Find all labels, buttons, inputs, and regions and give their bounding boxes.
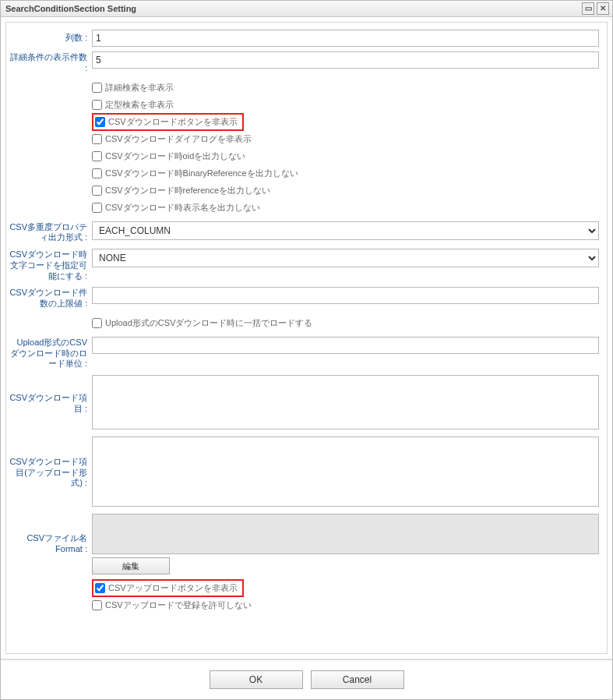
ok-button[interactable]: OK <box>210 670 303 689</box>
columns-label: 列数 : <box>6 27 89 49</box>
limit-input[interactable] <box>92 287 599 304</box>
charset-select[interactable]: NONE <box>92 249 599 267</box>
csv-no-dispname-row: CSVダウンロード時表示名を出力しない <box>92 200 599 217</box>
columns-input[interactable] <box>92 30 599 47</box>
hide-csv-dl-button-row: CSVダウンロードボタンを非表示 <box>92 114 599 131</box>
maximize-icon: ▭ <box>585 5 592 12</box>
hide-fixed-search-label: 定型検索を非表示 <box>105 99 174 111</box>
hide-csv-dl-dialog-label: CSVダウンロードダイアログを非表示 <box>105 133 252 145</box>
csv-dl-items-upload-label: CSVダウンロード項目(アップロード形式) : <box>6 434 89 511</box>
content-inner: 列数 : 詳細条件の表示件数 : 詳細検索を <box>5 22 608 654</box>
hide-csv-upload-button-checkbox[interactable] <box>95 583 105 593</box>
limit-label: CSVダウンロード件数の上限値 : <box>6 285 89 313</box>
content-wrap: 列数 : 詳細条件の表示件数 : 詳細検索を <box>1 17 612 659</box>
csv-no-dispname-label: CSVダウンロード時表示名を出力しない <box>105 202 260 214</box>
dialog: SearchConditionSection Setting ▭ ✕ 列数 : … <box>0 0 613 700</box>
close-button[interactable]: ✕ <box>597 2 609 15</box>
csv-dl-items-label: CSVダウンロード項目 : <box>6 373 89 434</box>
upload-unit-label: Upload形式のCSVダウンロード時のロード単位 : <box>6 334 89 373</box>
csv-no-dispname-checkbox[interactable] <box>92 203 102 213</box>
csv-no-oid-checkbox[interactable] <box>92 151 102 161</box>
detail-count-input[interactable] <box>92 51 599 69</box>
form-table: 列数 : 詳細条件の表示件数 : 詳細検索を <box>6 27 602 616</box>
hide-detail-search-label: 詳細検索を非表示 <box>105 82 174 94</box>
hide-csv-dl-dialog-row: CSVダウンロードダイアログを非表示 <box>92 131 599 148</box>
hide-csv-upload-button-highlight: CSVアップロードボタンを非表示 <box>92 579 244 597</box>
csv-dl-items-textarea[interactable] <box>92 375 599 430</box>
csv-dl-items-upload-textarea[interactable] <box>92 437 599 507</box>
csv-no-oid-label: CSVダウンロード時oidを出力しない <box>105 150 245 162</box>
window-title: SearchConditionSection Setting <box>5 4 136 13</box>
disallow-csv-upload-register-checkbox[interactable] <box>92 600 102 610</box>
hide-csv-upload-button-label: CSVアップロードボタンを非表示 <box>108 582 238 594</box>
upload-batch-checkbox[interactable] <box>92 318 102 328</box>
csv-no-ref-label: CSVダウンロード時referenceを出力しない <box>105 185 270 196</box>
disallow-csv-upload-register-row: CSVアップロードで登録を許可しない <box>92 596 599 613</box>
disallow-csv-upload-register-label: CSVアップロードで登録を許可しない <box>105 599 252 611</box>
hide-fixed-search-row: 定型検索を非表示 <box>92 97 599 114</box>
hide-fixed-search-checkbox[interactable] <box>92 100 102 110</box>
multiplicity-select[interactable]: EACH_COLUMN <box>92 221 599 240</box>
hide-csv-dl-button-highlight: CSVダウンロードボタンを非表示 <box>92 113 244 131</box>
hide-detail-search-row: 詳細検索を非表示 <box>92 80 599 97</box>
upload-batch-row: Upload形式のCSVダウンロード時に一括でロードする <box>92 315 599 332</box>
maximize-button[interactable]: ▭ <box>582 2 594 15</box>
csv-filename-format-box <box>92 514 599 554</box>
csv-no-binref-checkbox[interactable] <box>92 168 102 179</box>
hide-csv-dl-button-checkbox[interactable] <box>95 117 105 127</box>
charset-label: CSVダウンロード時文字コードを指定可能にする : <box>6 246 89 285</box>
hide-detail-search-checkbox[interactable] <box>92 83 102 93</box>
hide-csv-dl-dialog-checkbox[interactable] <box>92 134 102 144</box>
titlebar: SearchConditionSection Setting ▭ ✕ <box>1 1 612 17</box>
csv-no-oid-row: CSVダウンロード時oidを出力しない <box>92 148 599 165</box>
dialog-footer: OK Cancel <box>1 659 612 699</box>
upload-batch-label: Upload形式のCSVダウンロード時に一括でロードする <box>105 317 312 329</box>
csv-no-binref-label: CSVダウンロード時BinaryReferenceを出力しない <box>105 168 298 179</box>
multiplicity-label: CSV多重度プロパティ出力形式 : <box>6 219 89 247</box>
upload-unit-input[interactable] <box>92 337 599 354</box>
csv-filename-edit-button[interactable]: 編集 <box>92 557 170 574</box>
csv-no-ref-row: CSVダウンロード時referenceを出力しない <box>92 182 599 200</box>
detail-count-label: 詳細条件の表示件数 : <box>6 49 89 77</box>
csv-filename-label: CSVファイル名Format : <box>6 511 89 577</box>
csv-no-binref-row: CSVダウンロード時BinaryReferenceを出力しない <box>92 165 599 182</box>
hide-csv-dl-button-label: CSVダウンロードボタンを非表示 <box>108 116 238 128</box>
close-icon: ✕ <box>600 5 606 12</box>
hide-csv-upload-button-row: CSVアップロードボタンを非表示 <box>92 579 599 596</box>
form-scroll[interactable]: 列数 : 詳細条件の表示件数 : 詳細検索を <box>6 23 607 653</box>
csv-no-ref-checkbox[interactable] <box>92 186 102 196</box>
cancel-button[interactable]: Cancel <box>311 670 404 689</box>
